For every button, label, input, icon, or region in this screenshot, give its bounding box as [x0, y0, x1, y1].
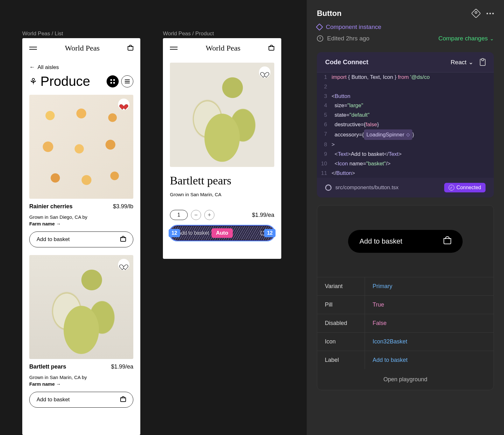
component-instance-row[interactable]: Component instance	[317, 18, 494, 31]
frame-label-list: World Peas / List	[22, 31, 63, 37]
heart-icon	[121, 262, 126, 267]
basket-icon[interactable]	[128, 46, 133, 51]
product-price: $1.99/ea	[111, 363, 133, 370]
add-to-basket-button[interactable]: Add to basket	[29, 392, 133, 408]
framework-select[interactable]: React	[451, 59, 473, 66]
card-title-row: Bartlett pears $1.99/ea	[29, 359, 133, 370]
loading-spinner-chip[interactable]: LoadingSpinner	[364, 129, 412, 140]
tag-icon[interactable]	[471, 8, 481, 18]
preview-block: Add to basket VariantPrimary PillTrue Di…	[317, 205, 494, 390]
product-name: Rainier cherries	[29, 203, 73, 210]
back-link[interactable]: All aisles	[22, 58, 140, 71]
basket-icon	[120, 237, 126, 242]
edited-row: Edited 2hrs ago Compare changes	[317, 31, 494, 42]
list-view-button[interactable]	[121, 75, 133, 87]
compare-changes-link[interactable]: Compare changes	[438, 35, 494, 42]
prop-row: IconIcon32Basket	[317, 333, 494, 351]
product-origin: Grown in San Diego, CA by	[29, 210, 133, 220]
github-icon	[325, 184, 332, 191]
product-title: Bartlett pears	[163, 167, 281, 187]
product-image	[29, 95, 133, 199]
grid-view-button[interactable]	[107, 75, 119, 87]
component-preview: Add to basket	[317, 205, 494, 277]
frame-list[interactable]: World Peas All aisles ⚘Produce Rainier c…	[22, 38, 140, 435]
component-icon	[316, 24, 323, 31]
mobile-header: World Peas	[163, 38, 281, 58]
product-price: $3.99/lb	[113, 203, 133, 210]
product-origin: Grown in San Marin, CA	[163, 187, 281, 197]
product-card[interactable]: Rainier cherries $3.99/lb Grown in San D…	[22, 95, 140, 255]
view-toggle	[107, 75, 133, 87]
favorite-button[interactable]	[118, 99, 130, 110]
list-icon	[125, 79, 130, 83]
prop-row: DisabledFalse	[317, 314, 494, 333]
more-icon[interactable]	[486, 13, 494, 14]
source-file[interactable]: src/components/button.tsx	[325, 184, 398, 191]
title-row: ⚘Produce	[22, 71, 140, 95]
add-to-basket-button[interactable]: Add to basket	[29, 231, 133, 247]
frame-label-product: World Peas / Product	[163, 31, 214, 37]
decrease-button[interactable]: −	[191, 210, 201, 220]
code-connect-block: Code Connect React 1import { Button, Tex…	[317, 52, 494, 197]
preview-button[interactable]: Add to basket	[348, 230, 463, 253]
farm-link[interactable]: Farm name	[29, 380, 133, 387]
inspector-panel: Button Component instance Edited 2hrs ag…	[307, 0, 504, 435]
basket-icon[interactable]	[269, 46, 274, 51]
frame-product[interactable]: World Peas Bartlett pears Grown in San M…	[163, 38, 281, 259]
padding-right-tag: 12	[264, 229, 276, 237]
quantity-value[interactable]: 1	[170, 210, 188, 220]
favorite-button[interactable]	[259, 66, 270, 78]
card-title-row: Rainier cherries $3.99/lb	[29, 199, 133, 210]
history-icon	[317, 35, 323, 42]
connected-badge: Connected	[444, 183, 486, 192]
farm-link[interactable]: Farm name	[29, 220, 133, 226]
menu-icon[interactable]	[29, 47, 37, 50]
product-price: $1.99/ea	[252, 212, 274, 218]
heart-icon	[262, 70, 267, 74]
product-hero-image	[170, 63, 274, 167]
code-editor[interactable]: 1import { Button, Text, Icon } from '@ds…	[317, 72, 494, 178]
auto-layout-tag: Auto	[212, 228, 233, 238]
brand-logo: World Peas	[206, 44, 240, 52]
open-playground-button[interactable]: Open playground	[317, 369, 494, 390]
basket-icon	[120, 397, 126, 402]
heart-icon	[121, 102, 126, 107]
basket-icon	[444, 238, 451, 244]
product-name: Bartlett pears	[29, 363, 66, 370]
brand-logo: World Peas	[65, 44, 100, 52]
product-origin: Grown in San Marin, CA by	[29, 370, 133, 380]
plant-icon: ⚘	[29, 76, 37, 87]
product-image	[29, 255, 133, 359]
clipboard-icon[interactable]	[480, 59, 486, 66]
quantity-stepper: 1 − +	[170, 210, 214, 220]
props-table: VariantPrimary PillTrue DisabledFalse Ic…	[317, 277, 494, 369]
mobile-header: World Peas	[22, 38, 140, 58]
design-canvas[interactable]: World Peas / List World Peas / Product W…	[0, 0, 293, 435]
increase-button[interactable]: +	[204, 210, 214, 220]
prop-row: LabelAdd to basket	[317, 351, 494, 369]
prop-row: PillTrue	[317, 296, 494, 314]
panel-header: Button	[317, 9, 494, 18]
quantity-row: 1 − + $1.99/ea	[163, 197, 281, 226]
grid-icon	[110, 79, 115, 84]
selection-title: Button	[317, 9, 341, 18]
prop-row: VariantPrimary	[317, 277, 494, 296]
favorite-button[interactable]	[118, 259, 130, 270]
code-connect-title: Code Connect	[325, 59, 368, 66]
product-card[interactable]: Bartlett pears $1.99/ea Grown in San Mar…	[22, 255, 140, 415]
padding-left-tag: 12	[169, 229, 180, 237]
selected-component[interactable]: Add to basket 12 Auto 12	[170, 226, 274, 240]
menu-icon[interactable]	[170, 47, 178, 50]
page-title: ⚘Produce	[29, 74, 90, 89]
